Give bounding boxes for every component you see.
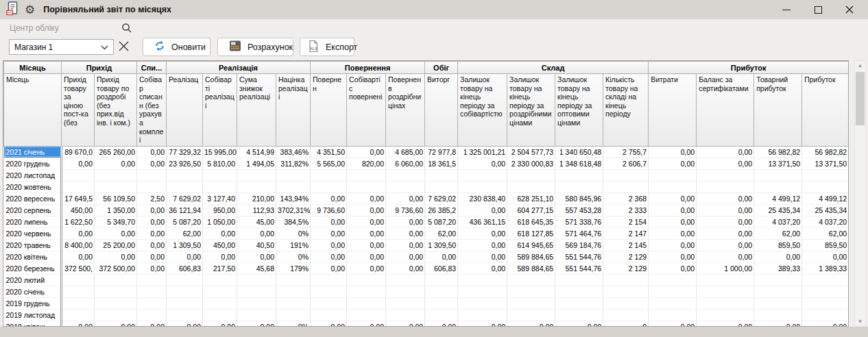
- data-cell[interactable]: 0,00: [458, 321, 507, 327]
- data-cell[interactable]: 2,50: [137, 192, 167, 204]
- data-cell[interactable]: [603, 309, 649, 321]
- column-group-header[interactable]: Склад: [458, 62, 649, 74]
- column-header[interactable]: Прихід товару по роздробі (без прих.від …: [95, 74, 137, 147]
- data-cell[interactable]: 1 350,00: [95, 204, 137, 216]
- data-cell[interactable]: 0,00: [649, 204, 697, 216]
- data-cell[interactable]: 0,00: [649, 158, 697, 169]
- data-cell[interactable]: [458, 309, 507, 321]
- data-cell[interactable]: [802, 286, 849, 297]
- month-cell[interactable]: 2019 листопад: [4, 309, 62, 321]
- data-cell[interactable]: 0,00: [311, 227, 347, 239]
- month-cell[interactable]: 2020 липень: [4, 216, 62, 227]
- search-icon[interactable]: [121, 23, 132, 36]
- column-header[interactable]: Повернен: [311, 74, 347, 147]
- data-cell[interactable]: [203, 274, 237, 286]
- data-cell[interactable]: 0,00: [754, 321, 802, 327]
- data-cell[interactable]: [137, 286, 167, 297]
- data-cell[interactable]: [603, 274, 649, 286]
- data-cell[interactable]: 571 338,76: [555, 216, 603, 227]
- data-cell[interactable]: [802, 274, 849, 286]
- data-cell[interactable]: 618 127,85: [507, 227, 555, 239]
- data-cell[interactable]: 0%: [276, 321, 311, 327]
- data-cell[interactable]: 1 494,05: [237, 158, 276, 169]
- data-cell[interactable]: [386, 181, 425, 192]
- data-cell[interactable]: [697, 286, 754, 297]
- month-cell[interactable]: 2021 січень: [4, 146, 62, 158]
- data-cell[interactable]: [507, 286, 555, 297]
- column-header[interactable]: Сума знижок реалізаці: [237, 74, 276, 147]
- data-cell[interactable]: [137, 297, 167, 309]
- data-cell[interactable]: 0,00: [137, 158, 167, 169]
- data-cell[interactable]: 859,50: [754, 239, 802, 251]
- data-cell[interactable]: 569 184,76: [555, 239, 603, 251]
- data-cell[interactable]: 0,00: [697, 158, 754, 169]
- data-cell[interactable]: 0,00: [95, 251, 137, 262]
- data-cell[interactable]: 0,00: [347, 239, 386, 251]
- data-cell[interactable]: 0,00: [311, 216, 347, 227]
- data-cell[interactable]: 5 565,00: [311, 158, 347, 169]
- data-cell[interactable]: 2 147: [603, 227, 649, 239]
- data-cell[interactable]: [276, 169, 311, 181]
- data-cell[interactable]: 0,00: [62, 251, 95, 262]
- table-row[interactable]: 2020 листопад: [4, 169, 849, 181]
- data-cell[interactable]: 0,00: [802, 251, 849, 262]
- data-cell[interactable]: 0,00: [649, 216, 697, 227]
- data-cell[interactable]: 9 736,60: [311, 204, 347, 216]
- data-cell[interactable]: [311, 169, 347, 181]
- data-cell[interactable]: 0,00: [649, 146, 697, 158]
- data-cell[interactable]: [802, 169, 849, 181]
- data-cell[interactable]: [649, 181, 697, 192]
- data-cell[interactable]: 0,00: [386, 216, 425, 227]
- column-group-header[interactable]: Прихід: [62, 62, 137, 74]
- month-cell[interactable]: 2020 лютий: [4, 274, 62, 286]
- minimize-button[interactable]: [771, 1, 802, 18]
- calculation-button[interactable]: Розрахунок: [217, 38, 293, 56]
- data-cell[interactable]: [95, 274, 137, 286]
- data-cell[interactable]: 2 129: [603, 251, 649, 262]
- column-group-header[interactable]: Реалізація: [167, 62, 311, 74]
- data-cell[interactable]: [203, 297, 237, 309]
- data-cell[interactable]: [507, 274, 555, 286]
- gear-icon[interactable]: ⚙: [25, 4, 35, 16]
- data-cell[interactable]: 0,00: [237, 321, 276, 327]
- data-cell[interactable]: [754, 309, 802, 321]
- data-cell[interactable]: 0,00: [311, 321, 347, 327]
- data-cell[interactable]: [347, 181, 386, 192]
- data-cell[interactable]: [167, 274, 203, 286]
- data-cell[interactable]: [386, 286, 425, 297]
- column-header[interactable]: Прихід товару за ціною пост-ка (без: [62, 74, 95, 147]
- data-cell[interactable]: [555, 309, 603, 321]
- data-cell[interactable]: 2 330 000,83: [507, 158, 555, 169]
- data-cell[interactable]: [167, 169, 203, 181]
- data-cell[interactable]: 1 309,50: [167, 239, 203, 251]
- data-cell[interactable]: [603, 169, 649, 181]
- column-header[interactable]: Прибуток: [802, 74, 849, 147]
- month-cell[interactable]: 2019 грудень: [4, 297, 62, 309]
- close-button[interactable]: [834, 1, 865, 18]
- column-group-header[interactable]: Обіг: [425, 62, 458, 74]
- data-cell[interactable]: [137, 181, 167, 192]
- month-cell[interactable]: 2020 червень: [4, 227, 62, 239]
- data-cell[interactable]: 0,00: [311, 251, 347, 262]
- data-cell[interactable]: 4 499,12: [754, 192, 802, 204]
- data-cell[interactable]: [167, 309, 203, 321]
- column-header[interactable]: Виторг: [425, 74, 458, 147]
- data-cell[interactable]: [555, 274, 603, 286]
- data-cell[interactable]: [347, 286, 386, 297]
- data-cell[interactable]: 0,00: [311, 239, 347, 251]
- data-cell[interactable]: 26 385,2: [425, 204, 458, 216]
- data-cell[interactable]: 859,50: [802, 239, 849, 251]
- data-cell[interactable]: 9 736,60: [386, 204, 425, 216]
- data-cell[interactable]: 0,00: [386, 251, 425, 262]
- month-cell[interactable]: 2020 березень: [4, 262, 62, 274]
- data-cell[interactable]: 0,00: [347, 262, 386, 274]
- data-cell[interactable]: 2 154: [603, 216, 649, 227]
- data-cell[interactable]: 1 000,00: [697, 262, 754, 274]
- data-cell[interactable]: [649, 274, 697, 286]
- data-cell[interactable]: 62,00: [802, 227, 849, 239]
- data-cell[interactable]: [237, 274, 276, 286]
- data-cell[interactable]: 372 500,00: [95, 262, 137, 274]
- data-cell[interactable]: 77 329,32: [167, 146, 203, 158]
- data-cell[interactable]: [95, 286, 137, 297]
- data-cell[interactable]: 36 121,94: [167, 204, 203, 216]
